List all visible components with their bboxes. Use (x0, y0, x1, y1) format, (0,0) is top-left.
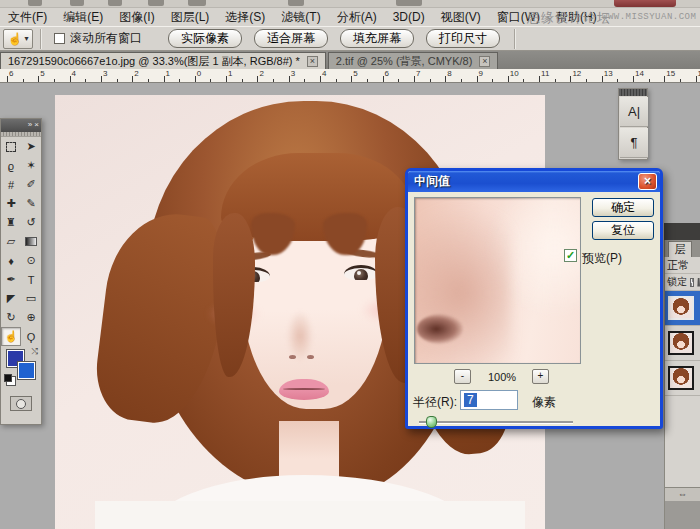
default-colors-icon[interactable] (4, 374, 12, 382)
layers-panel: 正常 锁定 (664, 257, 700, 487)
zoom-tool[interactable]: Ϙ (21, 327, 41, 346)
eyedropper-tool[interactable]: ✐ (21, 175, 41, 194)
magic-wand-tool[interactable]: ✶ (21, 156, 41, 175)
appbar-icon-fragment (70, 0, 84, 6)
lasso-tool[interactable]: ϱ (1, 156, 21, 175)
portrait-nose (307, 355, 314, 359)
3d-rotate-tool[interactable]: ↻ (1, 308, 21, 327)
work-area: » × ➤ϱ✶#✐✚✎♜↺▱♦⊙✒T◤▭↻⊕☝Ϙ ⤭ A| ¶ 层 正常 锁定 … (0, 83, 700, 529)
ruler-tick (555, 79, 556, 82)
document-tab-inactive[interactable]: 2.tif @ 25% (背景, CMYK/8) × (328, 52, 498, 69)
eraser-tool[interactable]: ▱ (1, 232, 21, 251)
layer-thumbnail[interactable] (668, 331, 694, 355)
shape-tool[interactable]: ▭ (21, 289, 41, 308)
close-icon[interactable]: × (307, 56, 318, 67)
preview-checkbox[interactable]: ✓ (564, 249, 577, 262)
watermark-site-url: WWW.MISSYUAN.COM (602, 12, 696, 22)
ruler-tick (289, 76, 290, 82)
swap-colors-icon[interactable]: ⤭ (32, 347, 38, 357)
print-size-button[interactable]: 打印尺寸 (426, 29, 500, 48)
slider-thumb[interactable] (426, 416, 437, 428)
ruler-label: 13 (604, 69, 613, 78)
document-tab-label: 2.tif @ 25% (背景, CMYK/8) (336, 54, 472, 69)
lock-options-row[interactable]: 锁定 (665, 274, 700, 291)
menu-3d[interactable]: 3D(D) (385, 10, 433, 24)
ruler-tick (414, 76, 415, 82)
brush-tool[interactable]: ✎ (21, 194, 41, 213)
scroll-all-windows-checkbox[interactable] (54, 33, 65, 44)
path-selection-tool[interactable]: ◤ (1, 289, 21, 308)
portrait-nose (287, 311, 313, 361)
type-tool[interactable]: T (21, 270, 41, 289)
tools-palette: » × ➤ϱ✶#✐✚✎♜↺▱♦⊙✒T◤▭↻⊕☝Ϙ ⤭ (0, 118, 42, 425)
zoom-out-button[interactable]: - (454, 369, 471, 384)
crop-tool[interactable]: # (1, 175, 21, 194)
fit-screen-button[interactable]: 适合屏幕 (254, 29, 328, 48)
ruler-tick (7, 76, 8, 82)
link-layers-icon[interactable]: ⇔ (678, 489, 687, 499)
tools-palette-header[interactable]: » × (1, 119, 41, 132)
layer-thumbnail[interactable] (668, 296, 694, 320)
dialog-title-bar[interactable]: 中间值 × (408, 171, 660, 192)
hand-tool-preset-button[interactable]: ☝ ▾ (3, 29, 33, 49)
background-color-swatch[interactable] (17, 361, 36, 380)
radius-unit-label: 像素 (532, 394, 556, 411)
radius-input[interactable]: 7 (460, 390, 518, 410)
lock-label: 锁定 (667, 274, 687, 290)
history-brush-tool[interactable]: ↺ (21, 213, 41, 232)
close-icon[interactable]: × (34, 120, 39, 129)
quick-mask-button[interactable] (10, 396, 32, 411)
ruler-label: 15 (666, 69, 675, 78)
menu-image[interactable]: 图像(I) (111, 9, 162, 26)
ruler-label: 5 (40, 69, 44, 78)
ruler-label: 10 (510, 69, 519, 78)
collapse-icon[interactable]: » (28, 120, 32, 129)
menu-filter[interactable]: 滤镜(T) (273, 9, 328, 26)
menu-analysis[interactable]: 分析(A) (329, 9, 385, 26)
menu-view[interactable]: 视图(V) (433, 9, 489, 26)
hand-tool[interactable]: ☝ (1, 327, 21, 346)
zoom-in-button[interactable]: + (532, 369, 549, 384)
blend-mode-select[interactable]: 正常 (665, 257, 700, 274)
close-icon[interactable]: × (638, 173, 657, 190)
workspace-button[interactable] (614, 0, 676, 7)
ruler-label: 14 (635, 69, 644, 78)
menu-select[interactable]: 选择(S) (217, 9, 273, 26)
menu-file[interactable]: 文件(F) (0, 9, 55, 26)
ruler-tick (101, 76, 102, 82)
tool-options-bar: ☝ ▾ 滚动所有窗口 实际像素 适合屏幕 填充屏幕 打印尺寸 (0, 26, 700, 51)
rectangular-marquee-tool[interactable] (1, 137, 21, 156)
ruler-label: 0 (197, 69, 201, 78)
filter-preview[interactable] (414, 197, 581, 364)
gradient-tool[interactable] (21, 232, 41, 251)
portrait-nose (289, 355, 296, 359)
application-bar (0, 0, 700, 8)
layer-row[interactable] (665, 361, 700, 396)
portrait-lips (279, 379, 329, 400)
move-tool[interactable]: ➤ (21, 137, 41, 156)
lock-transparency-icon[interactable] (690, 278, 694, 287)
pen-tool[interactable]: ✒ (1, 270, 21, 289)
document-tab-active[interactable]: 167291590c06667e1o.jpg @ 33.3%(图层 1 副本, … (0, 52, 326, 69)
layer-row[interactable] (665, 291, 700, 326)
menu-edit[interactable]: 编辑(E) (55, 9, 111, 26)
close-icon[interactable]: × (479, 56, 490, 67)
healing-brush-tool[interactable]: ✚ (1, 194, 21, 213)
paragraph-panel-button[interactable]: ¶ (620, 128, 648, 158)
character-panel-button[interactable]: A| (620, 97, 648, 127)
menu-layer[interactable]: 图层(L) (163, 9, 218, 26)
radius-slider[interactable] (419, 416, 573, 428)
ruler-label: 2 (259, 69, 263, 78)
3d-orbit-tool[interactable]: ⊕ (21, 308, 41, 327)
actual-pixels-button[interactable]: 实际像素 (168, 29, 242, 48)
dodge-tool[interactable]: ⊙ (21, 251, 41, 270)
tab-layers[interactable]: 层 (668, 241, 692, 257)
layer-row[interactable] (665, 326, 700, 361)
blur-tool[interactable]: ♦ (1, 251, 21, 270)
reset-button[interactable]: 复位 (592, 221, 654, 240)
fill-screen-button[interactable]: 填充屏幕 (340, 29, 414, 48)
ok-button[interactable]: 确定 (592, 198, 654, 217)
ruler-tick (367, 79, 368, 82)
clone-stamp-tool[interactable]: ♜ (1, 213, 21, 232)
layer-thumbnail[interactable] (668, 366, 694, 390)
